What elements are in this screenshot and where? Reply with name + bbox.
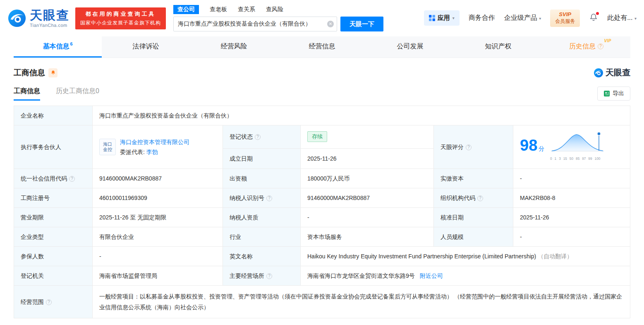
top-header: 天眼查 TianYanCha.com 都在用的商业查询工具 国家中小企业发展子基…	[0, 0, 644, 36]
export-button-label: 导出	[613, 90, 624, 97]
insured-count-value: -	[93, 247, 223, 266]
score-axis: 0131550859799100	[550, 155, 600, 162]
help-icon[interactable]: ?	[466, 144, 472, 150]
nav-enterprise-products-label: 企业级产品	[504, 14, 537, 21]
staff-size-label: 人员规模	[434, 227, 513, 247]
svip-member-button[interactable]: SVIP 会员服务	[550, 10, 580, 27]
row-reg-authority: 登记机关 海南省市场监督管理局 主要经营场所? 海南省海口市龙华区金贸街道文华东…	[14, 266, 630, 286]
representative-link[interactable]: 李勃	[146, 149, 158, 155]
company-name-label: 企业名称	[14, 106, 93, 125]
subtab-history-label: 历史工商信息	[56, 87, 96, 94]
subtab-history-business-info[interactable]: 历史工商信息0	[56, 87, 99, 101]
main-nav-tabs: 基本信息 6 法律诉讼 经营风险 经营信息 公司发展 知识产权 VIP 历史信息…	[14, 36, 630, 58]
reg-number-label: 工商注册号	[14, 188, 93, 208]
tab-operation-info[interactable]: 经营信息	[278, 36, 366, 58]
establish-date-value: 2025-11-26	[301, 148, 434, 169]
partner-value: 海口 金控 海口金控资本管理有限公司 委派代表: 李勃	[93, 125, 223, 169]
tab-basic-info-label: 基本信息	[43, 42, 69, 51]
paid-capital-label: 实缴资本	[434, 169, 513, 188]
establish-date-label: 成立日期	[223, 148, 301, 169]
tab-operation-risk[interactable]: 经营风险	[190, 36, 278, 58]
section-title: 工商信息	[14, 67, 45, 78]
apps-grid-icon	[429, 15, 435, 21]
help-icon[interactable]: ?	[598, 43, 603, 49]
user-menu[interactable]: 此处有... ▾	[607, 14, 637, 22]
help-icon[interactable]: ?	[266, 195, 272, 201]
contribution-value: 180000万人民币	[301, 169, 434, 188]
reg-authority-value: 海南省市场监督管理局	[93, 266, 223, 286]
chevron-down-icon: ▾	[634, 16, 637, 21]
tab-basic-info-count: 6	[70, 41, 72, 46]
industry-value: 资本市场服务	[301, 227, 434, 247]
help-icon[interactable]: ?	[266, 273, 272, 279]
business-scope-value: 一般经营项目：以私募基金从事股权投资、投资管理、资产管理等活动（须在中国证券投资…	[93, 286, 630, 318]
apps-button[interactable]: 应用 ▾	[424, 10, 460, 26]
auto-translate-note: （自动翻译）	[538, 253, 572, 260]
clear-icon[interactable]: ✕	[327, 21, 334, 27]
tianyancha-watermark: 天眼查	[594, 67, 630, 78]
reg-authority-label: 登记机关	[14, 266, 93, 286]
reg-number-value: 460100011969309	[93, 188, 223, 208]
credit-code-value: 91460000MAK2RB0887	[93, 169, 223, 188]
help-icon[interactable]: ?	[255, 134, 261, 140]
tab-intellectual-property[interactable]: 知识产权	[454, 36, 542, 58]
score-value-cell: 98分	[513, 125, 630, 169]
approval-date-value: 2025-11-26	[513, 208, 630, 227]
main-content: 工商信息 天眼查 工商信息 历史工商信息0	[0, 67, 644, 318]
tianyancha-logo[interactable]: 天眼查 TianYanCha.com	[7, 9, 69, 28]
company-type-value: 有限合伙企业	[93, 227, 223, 247]
promo-line1: 都在用的商业查询工具	[80, 10, 161, 18]
business-term-label: 营业期限	[14, 208, 93, 227]
search-tab-risk[interactable]: 查风险	[266, 5, 283, 14]
english-name-value: Haikou Key Industry Equity Investment Fu…	[301, 247, 630, 266]
search-button[interactable]: 天眼一下	[340, 17, 383, 31]
search-tab-boss[interactable]: 查老板	[210, 5, 227, 14]
partner-company-link[interactable]: 海口金控资本管理有限公司	[120, 139, 189, 145]
industry-label: 行业	[223, 227, 301, 247]
nav-business-cooperation[interactable]: 商务合作	[469, 14, 495, 22]
row-english-name: 参保人数 - 英文名称 Haikou Key Industry Equity I…	[14, 247, 630, 266]
subtab-business-info[interactable]: 工商信息	[14, 87, 40, 101]
notification-dot	[596, 12, 599, 15]
help-icon[interactable]: ?	[477, 195, 483, 201]
taxpayer-qualification-value: -	[301, 208, 434, 227]
tab-company-development-label: 公司发展	[397, 42, 424, 51]
search-tab-relation[interactable]: 查关系	[238, 5, 255, 14]
tab-history-info[interactable]: VIP 历史信息 ?	[542, 36, 630, 58]
tab-intellectual-property-label: 知识产权	[485, 42, 512, 51]
insured-count-label: 参保人数	[14, 247, 93, 266]
nav-enterprise-products[interactable]: 企业级产品 ▾	[504, 14, 541, 22]
export-button[interactable]: 导出	[597, 87, 630, 101]
subscribe-bell-icon[interactable]	[48, 68, 57, 77]
org-code-value: MAK2RB08-8	[513, 188, 630, 208]
score-label: 天眼评分?	[434, 125, 513, 169]
english-name-label: 英文名称	[223, 247, 301, 266]
help-icon[interactable]: ?	[69, 176, 75, 182]
vip-badge: VIP	[604, 39, 611, 43]
search-tabs: 查公司 查老板 查关系 查风险	[173, 5, 383, 14]
search-tab-company[interactable]: 查公司	[173, 5, 199, 14]
tianyancha-watermark-icon	[594, 68, 603, 78]
notification-bell-icon[interactable]	[589, 13, 598, 24]
partner-logo[interactable]: 海口 金控	[99, 139, 116, 155]
tab-operation-info-label: 经营信息	[309, 42, 335, 51]
promo-line2: 国家中小企业发展子基金旗下机构	[80, 19, 161, 26]
credit-code-label: 统一社会信用代码?	[14, 169, 93, 188]
tab-legal-proceedings[interactable]: 法律诉讼	[102, 36, 190, 58]
partner-label: 执行事务合伙人	[14, 125, 93, 169]
contribution-label: 出资额	[223, 169, 301, 188]
help-icon[interactable]: ?	[46, 299, 52, 305]
staff-size-value: -	[513, 227, 630, 247]
nearby-companies-link[interactable]: 附近公司	[420, 272, 443, 279]
watermark-text: 天眼查	[606, 67, 630, 78]
tab-basic-info[interactable]: 基本信息 6	[14, 36, 102, 58]
user-menu-label: 此处有...	[607, 14, 632, 21]
promo-banner: 都在用的商业查询工具 国家中小企业发展子基金旗下机构	[75, 7, 166, 29]
row-partner-status: 执行事务合伙人 海口 金控 海口金控资本管理有限公司 委派代表: 李勃	[14, 125, 630, 149]
main-address-value: 海南省海口市龙华区金贸街道文华东路9号 附近公司	[301, 266, 630, 286]
business-scope-label: 经营范围?	[14, 286, 93, 318]
tab-company-development[interactable]: 公司发展	[366, 36, 454, 58]
search-input[interactable]	[173, 17, 337, 31]
reg-status-value: 存续	[301, 125, 434, 149]
tab-legal-proceedings-label: 法律诉讼	[133, 42, 159, 51]
